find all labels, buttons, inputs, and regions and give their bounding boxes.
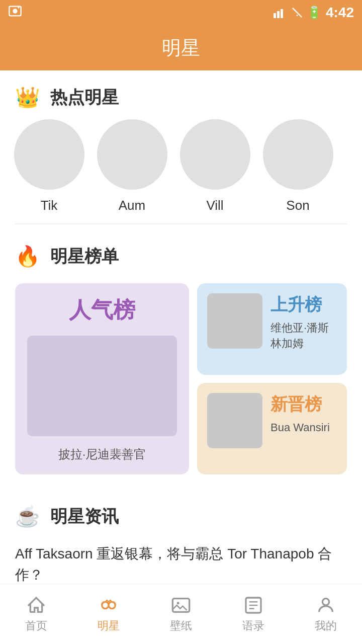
hot-stars-title: 热点明星 (50, 86, 119, 109)
nav-wallpaper[interactable]: 壁纸 (145, 584, 217, 644)
news-text: Aff Taksaorn 重返银幕，将与霸总 Tor Thanapob 合作？ (15, 546, 332, 583)
user-icon (316, 595, 336, 615)
svg-point-2 (18, 7, 20, 9)
stars-row: Tik Aum Vill Son (0, 114, 362, 218)
photo-icon (171, 595, 191, 615)
nav-home-label: 首页 (25, 618, 47, 633)
news-header: ☕ 明星资讯 (0, 490, 362, 533)
rising-person: 维他亚·潘斯林加姆 (270, 320, 337, 352)
charts-section: 🔥 明星榜单 人气榜 披拉·尼迪裴善官 上升榜 维他亚·潘斯林加姆 (0, 229, 362, 485)
svg-point-10 (177, 602, 179, 604)
battery-icon: 🔋 (307, 6, 322, 20)
new-image (207, 393, 262, 448)
wifi-off-icon (292, 7, 303, 18)
star-avatar-aum (97, 119, 167, 190)
nav-home[interactable]: 首页 (0, 584, 72, 644)
app-header: 明星 (0, 25, 362, 70)
status-time: 4:42 (326, 5, 354, 21)
nav-quote[interactable]: 语录 (217, 584, 290, 644)
status-left (8, 4, 22, 22)
rising-image (207, 293, 262, 349)
crown-icon: 👑 (15, 86, 40, 109)
star-glasses-icon (99, 595, 119, 615)
svg-rect-3 (274, 13, 276, 18)
star-avatar-son (263, 119, 333, 190)
coffee-icon: ☕ (15, 505, 40, 528)
nav-star-label: 明星 (98, 618, 120, 633)
rising-chart[interactable]: 上升榜 维他亚·潘斯林加姆 (197, 283, 347, 375)
nav-profile-label: 我的 (315, 618, 337, 633)
rising-info: 上升榜 维他亚·潘斯林加姆 (270, 293, 337, 352)
status-right: 🔋 4:42 (274, 5, 354, 21)
popularity-title: 人气榜 (27, 295, 177, 325)
new-info: 新晋榜 Bua Wansiri (270, 393, 337, 436)
signal-icon (274, 7, 288, 18)
charts-header: 🔥 明星榜单 (0, 229, 362, 273)
popularity-chart[interactable]: 人气榜 披拉·尼迪裴善官 (15, 283, 189, 474)
rising-title: 上升榜 (270, 295, 322, 314)
nav-profile[interactable]: 我的 (290, 584, 362, 644)
new-title: 新晋榜 (270, 394, 322, 414)
page-title: 明星 (162, 35, 200, 61)
popularity-image (27, 336, 177, 436)
popularity-person: 披拉·尼迪裴善官 (27, 446, 177, 462)
hot-stars-header: 👑 热点明星 (0, 70, 362, 114)
svg-point-1 (13, 9, 17, 13)
star-avatar-vill (180, 119, 250, 190)
hot-stars-section: 👑 热点明星 Tik Aum Vill Son (0, 70, 362, 224)
star-avatar-tik (14, 119, 84, 190)
svg-point-15 (322, 598, 329, 605)
status-bar: 🔋 4:42 (0, 0, 362, 25)
svg-rect-5 (281, 9, 283, 18)
charts-grid: 人气榜 披拉·尼迪裴善官 上升榜 维他亚·潘斯林加姆 (0, 273, 362, 485)
nav-wallpaper-label: 壁纸 (170, 618, 192, 633)
charts-title: 明星榜单 (50, 245, 119, 268)
star-item-son[interactable]: Son (259, 119, 337, 213)
star-item-vill[interactable]: Vill (176, 119, 254, 213)
news-title: 明星资讯 (50, 505, 119, 528)
news-section: ☕ 明星资讯 Aff Taksaorn 重返银幕，将与霸总 Tor Thanap… (0, 490, 362, 596)
nav-star[interactable]: 明星 (72, 584, 145, 644)
stars-divider (15, 223, 347, 224)
star-item-aum[interactable]: Aum (93, 119, 171, 213)
star-name-vill: Vill (206, 198, 223, 213)
quote-icon (243, 595, 263, 615)
bottom-nav: 首页 明星 壁纸 语录 我的 (0, 584, 362, 644)
fire-icon: 🔥 (15, 245, 40, 268)
star-name-aum: Aum (119, 198, 145, 213)
chart-right-column: 上升榜 维他亚·潘斯林加姆 新晋榜 Bua Wansiri (197, 283, 347, 474)
new-person: Bua Wansiri (270, 420, 337, 436)
star-item-tik[interactable]: Tik (10, 119, 88, 213)
nav-quote-label: 语录 (242, 618, 264, 633)
svg-rect-4 (277, 11, 280, 18)
photo-icon (8, 4, 22, 22)
home-icon (26, 595, 46, 615)
star-name-tik: Tik (41, 198, 58, 213)
star-name-son: Son (286, 198, 309, 213)
main-content: 👑 热点明星 Tik Aum Vill Son 🔥 (0, 70, 362, 644)
new-chart[interactable]: 新晋榜 Bua Wansiri (197, 383, 347, 474)
